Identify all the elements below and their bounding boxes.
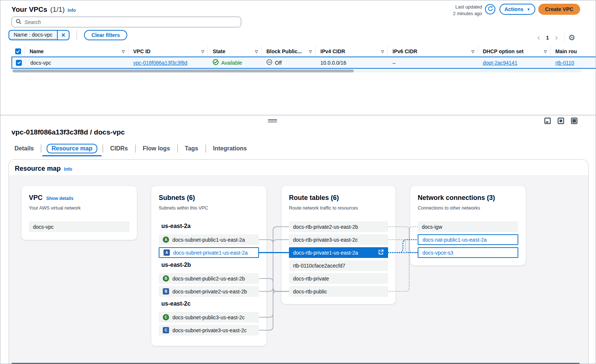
column-header-name[interactable]: Name▽ [25, 46, 128, 57]
chevron-right-icon[interactable]: › [552, 33, 560, 42]
sort-icon[interactable]: ▽ [122, 50, 125, 54]
subnet-az-badge: A [163, 237, 169, 243]
cell-main-route: rtb-0110 [550, 57, 596, 68]
sort-icon[interactable]: ▽ [309, 50, 312, 54]
vpc-card-title: VPC [29, 194, 43, 202]
search-box [11, 17, 241, 27]
subnet-item[interactable]: B docs-subnet-public2-us-east-2b [159, 273, 259, 284]
filter-token[interactable]: Name : docs-vpc × [9, 30, 70, 40]
network-connection-item-highlighted[interactable]: docs-vpce-s3 [418, 247, 518, 258]
horizontal-scrollbar-thumb[interactable] [13, 69, 354, 72]
panel-size-large-icon[interactable] [571, 118, 578, 126]
state-value: Available [221, 60, 242, 66]
route-table-item[interactable]: docs-rtb-public [289, 286, 388, 297]
row-checkbox[interactable] [16, 60, 22, 66]
network-connection-item[interactable]: docs-igw [418, 221, 518, 232]
page-header: Your VPCs (1/1) Info [11, 6, 76, 14]
current-page[interactable]: 1 [544, 35, 551, 41]
sort-icon[interactable]: ▽ [544, 50, 547, 54]
column-header-ipv6-cidr[interactable]: IPv6 CIDR▽ [388, 46, 478, 57]
column-header-ipv4-cidr[interactable]: IPv4 CIDR▽ [316, 46, 388, 57]
block-public-value: Off [275, 60, 282, 66]
sort-icon[interactable]: ▽ [255, 50, 258, 54]
clear-filters-button[interactable]: Clear filters [84, 30, 127, 40]
table-row[interactable]: docs-vpc vpc-018f086a13f3c3f8d Available… [11, 57, 596, 69]
tab-tags[interactable]: Tags [178, 145, 205, 152]
last-updated: Last updated 2 minutes ago [422, 4, 482, 17]
split-panel-controls [544, 118, 578, 126]
info-link[interactable]: Info [64, 167, 72, 172]
resource-count: (1/1) [50, 6, 65, 14]
subnet-item-selected[interactable]: A docs-subnet-private1-us-east-2a [159, 247, 259, 258]
column-header-dhcp[interactable]: DHCP option set▽ [478, 46, 550, 57]
main-route-link[interactable]: rtb-0110 [555, 60, 574, 66]
search-input[interactable] [24, 19, 237, 25]
create-vpc-label: Create VPC [545, 6, 573, 12]
route-tables-card: Route tables (6) Route network traffic t… [282, 186, 395, 304]
column-header-block-public[interactable]: Block Public...▽ [262, 46, 316, 57]
sort-icon[interactable]: ▽ [201, 50, 204, 54]
network-connection-item-highlighted[interactable]: docs-nat-public1-us-east-2a [418, 234, 518, 245]
route-table-item[interactable]: docs-rtb-private2-us-east-2b [289, 221, 388, 232]
tab-cidrs[interactable]: CIDRs [103, 145, 135, 152]
subnet-item[interactable]: C docs-subnet-public3-us-east-2c [159, 312, 259, 323]
vpc-card: VPC Show details Your AWS virtual networ… [21, 186, 137, 240]
gear-icon[interactable]: ⚙ [568, 33, 575, 42]
column-header-state[interactable]: State▽ [208, 46, 262, 57]
dhcp-link[interactable]: dopt-2ac94141 [483, 60, 517, 66]
subnet-item[interactable]: C docs-subnet-private3-us-east-2c [159, 325, 259, 336]
actions-label: Actions [504, 6, 523, 12]
sort-icon[interactable]: ▽ [381, 50, 384, 54]
tab-flow-logs[interactable]: Flow logs [136, 145, 177, 152]
subnets-card: Subnets (6) Subnets within this VPC us-e… [151, 186, 266, 346]
route-table-item-selected[interactable]: docs-rtb-private1-us-east-2a [289, 247, 388, 258]
show-details-link[interactable]: Show details [46, 196, 73, 201]
subnet-az-badge: A [164, 249, 170, 256]
tab-integrations[interactable]: Integrations [206, 145, 254, 152]
column-header-main-route[interactable]: Main rou [550, 46, 596, 57]
subnet-item[interactable]: B docs-subnet-private2-us-east-2b [159, 286, 259, 297]
pagination-separator [564, 33, 565, 42]
subnet-az-badge: B [163, 275, 169, 282]
cell-block-public: Off [262, 57, 316, 68]
route-table-item[interactable]: docs-rtb-private3-us-east-2c [289, 234, 388, 245]
refresh-button[interactable] [485, 4, 495, 14]
last-updated-label: Last updated [422, 4, 482, 10]
chevron-left-icon[interactable]: ‹ [535, 33, 543, 42]
select-all-cell [11, 46, 25, 57]
select-all-checkbox[interactable] [15, 48, 21, 54]
vpc-console-page: Your VPCs (1/1) Info Last updated 2 minu… [0, 0, 596, 364]
vpc-item[interactable]: docs-vpc [29, 221, 129, 232]
cell-state: Available [208, 57, 262, 68]
az-group-label: us-east-2a [161, 223, 191, 229]
vpc-id-link[interactable]: vpc-018f086a13f3c3f8d [133, 60, 187, 66]
network-connections-card-title: Network connections (3) [418, 194, 495, 202]
subnet-item[interactable]: A docs-subnet-public1-us-east-2a [159, 234, 259, 245]
split-panel-divider [0, 115, 596, 115]
close-icon[interactable]: × [57, 31, 69, 40]
cell-ipv4: 10.0.0.0/16 [316, 57, 388, 68]
route-table-item[interactable]: rtb-0110cface2acecfd7 [289, 260, 388, 271]
route-table-item[interactable]: docs-rtb-private [289, 273, 388, 284]
resource-map-title: Resource map [15, 165, 61, 173]
actions-button[interactable]: Actions ▼ [499, 4, 535, 15]
route-tables-card-title: Route tables (6) [289, 194, 339, 202]
create-vpc-button[interactable]: Create VPC [538, 4, 580, 15]
tab-details[interactable]: Details [11, 145, 41, 152]
column-header-vpc-id[interactable]: VPC ID▽ [128, 46, 208, 57]
last-updated-value: 2 minutes ago [422, 10, 482, 17]
sort-icon[interactable]: ▽ [471, 50, 474, 54]
network-connections-card-subtitle: Connections to other networks [418, 205, 480, 211]
external-link-icon[interactable] [378, 249, 384, 256]
panel-size-small-icon[interactable] [544, 118, 551, 126]
vpc-card-subtitle: Your AWS virtual network [29, 205, 81, 211]
info-link[interactable]: Info [68, 8, 76, 13]
split-drag-handle[interactable] [268, 119, 277, 123]
panel-size-medium-icon[interactable] [558, 118, 564, 126]
refresh-icon [488, 6, 493, 13]
cell-dhcp: dopt-2ac94141 [478, 57, 550, 68]
az-group-label: us-east-2c [161, 300, 191, 307]
filter-row: Name : docs-vpc × Clear filters [9, 30, 127, 40]
subnets-card-subtitle: Subnets within this VPC [159, 205, 208, 211]
tab-resource-map[interactable]: Resource map [41, 144, 102, 153]
